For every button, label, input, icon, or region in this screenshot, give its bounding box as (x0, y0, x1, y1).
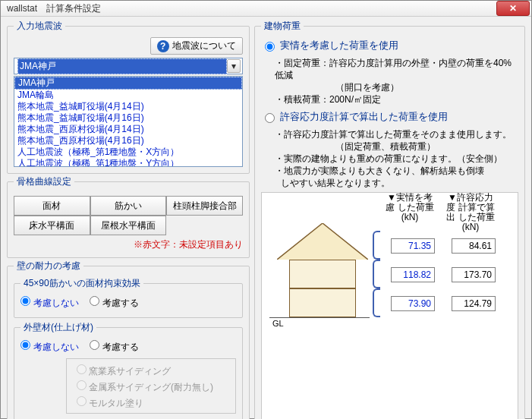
house-story-1 (289, 288, 356, 317)
list-item[interactable]: JMA輪島 (14, 90, 242, 101)
titlebar: wallstat 計算条件設定 ✕ (1, 1, 531, 17)
btn-brace[interactable]: 筋かい (90, 196, 167, 216)
help-label: 地震波について (172, 39, 236, 52)
close-icon: ✕ (509, 3, 517, 14)
siding-opt: 窯業系サイディング (73, 362, 229, 378)
skeleton-group: 骨格曲線設定 面材 筋かい 柱頭柱脚接合部 床水平構面 屋根水平構面 ※赤文字：… (7, 175, 250, 258)
list-item[interactable]: 熊本地震_益城町役場(4月14日) (14, 101, 242, 112)
close-button[interactable]: ✕ (496, 1, 530, 16)
list-item[interactable]: 熊本地震_西原村役場(4月14日) (14, 124, 242, 135)
list-item[interactable]: 人工地震波（極稀_第1種地盤・X方向） (14, 146, 242, 158)
wall-legend: 壁の耐力の考慮 (14, 260, 83, 273)
chevron-down-icon: ▾ (227, 59, 241, 73)
radio-sub2-no[interactable]: 考慮しない (20, 340, 79, 354)
brace-icon (373, 288, 380, 317)
radio-input[interactable] (265, 42, 275, 52)
wall-sub2-legend: 外壁材(仕上げ材) (20, 321, 96, 334)
list-item[interactable]: 人工地震波（極稀_第1種地盤・Y方向） (14, 158, 242, 167)
val-b2: 173.70 (452, 267, 496, 282)
radio-input[interactable] (90, 296, 99, 306)
val-b3: 124.79 (452, 296, 496, 311)
radio-input[interactable] (90, 340, 99, 350)
load-opt1-desc: ・固定荷重：許容応力度計算用の外壁・内壁の荷重を40%低減 （開口を考慮） ・積… (267, 57, 518, 106)
brace-icon (373, 231, 380, 260)
siding-options: 窯業系サイディング 金属系サイディング(耐力無し) モルタル塗り (66, 358, 236, 414)
btn-floor[interactable]: 床水平構面 (14, 216, 90, 235)
seismic-group: 入力地震波 地震波について JMA神戸 ▾ JMA神戸 JMA輪島 熊本地震_益… (7, 20, 250, 174)
roof-outline (277, 223, 368, 260)
skeleton-legend: 骨格曲線設定 (14, 175, 74, 188)
radio-sub1-no[interactable]: 考慮しない (20, 296, 79, 310)
siding-opt: モルタル塗り (73, 394, 229, 410)
seismic-listbox[interactable]: JMA神戸 JMA輪島 熊本地震_益城町役場(4月14日) 熊本地震_益城町役場… (14, 76, 243, 167)
radio-input[interactable] (20, 296, 30, 306)
seismic-legend: 入力地震波 (14, 20, 65, 33)
btn-joint[interactable]: 柱頭柱脚接合部 (166, 196, 243, 216)
list-item[interactable]: 熊本地震_益城町役場(4月16日) (14, 112, 242, 124)
list-item[interactable]: JMA神戸 (14, 77, 242, 90)
val-a3: 73.90 (391, 296, 435, 311)
dialog-window: wallstat 計算条件設定 ✕ 入力地震波 地震波について JMA神戸 ▾ … (0, 0, 532, 419)
btn-roof[interactable]: 屋根水平構面 (90, 216, 167, 235)
ground-line (269, 317, 370, 318)
load-group: 建物荷重 実情を考慮した荷重を使用 ・固定荷重：許容応力度計算用の外壁・内壁の荷… (254, 20, 525, 419)
house-story-2 (289, 260, 356, 288)
list-item[interactable]: 熊本地震_西原村役場(4月16日) (14, 135, 242, 146)
val-a2: 118.82 (391, 267, 435, 282)
siding-opt: 金属系サイディング(耐力無し) (73, 378, 229, 394)
skeleton-note: ※赤文字：未設定項目あり (14, 238, 243, 251)
brace-icon (373, 260, 380, 288)
radio-sub1-yes[interactable]: 考慮する (90, 296, 139, 310)
seismic-help-button[interactable]: 地震波について (150, 37, 243, 55)
radio-sub2-yes[interactable]: 考慮する (90, 340, 139, 354)
load-opt2[interactable]: 許容応力度計算で算出した荷重を使用 (261, 110, 518, 124)
radio-input[interactable] (20, 340, 30, 350)
radio-input[interactable] (265, 113, 275, 123)
load-opt2-desc: ・許容応力度計算で算出した荷重をそのまま使用します。 （固定荷重、積載荷重） ・… (267, 128, 518, 189)
help-icon (157, 40, 169, 52)
val-b1: 84.61 (452, 238, 496, 254)
col1-header: ▼実情を考慮 した荷重(kN) (383, 193, 436, 222)
seismic-combo[interactable]: JMA神戸 ▾ (14, 58, 243, 74)
gl-label: GL (272, 319, 284, 328)
wall-sub1-legend: 45×90筋かいの面材拘束効果 (20, 277, 143, 290)
radio-input (77, 396, 87, 406)
btn-face[interactable]: 面材 (14, 196, 90, 216)
window-title: wallstat 計算条件設定 (7, 2, 496, 15)
load-legend: 建物荷重 (261, 20, 304, 33)
val-a1: 71.35 (391, 238, 435, 254)
load-diagram: ▼実情を考慮 した荷重(kN) ▼許容応力度 計算で算出 した荷重(kN) GL… (261, 192, 518, 419)
wall-sub1: 45×90筋かいの面材拘束効果 考慮しない 考慮する (14, 277, 243, 318)
wall-sub2: 外壁材(仕上げ材) 考慮しない 考慮する 窯業系サイディング 金属系サイディング… (14, 321, 243, 419)
load-opt1[interactable]: 実情を考慮した荷重を使用 (261, 39, 518, 52)
radio-input (77, 380, 87, 390)
combo-selected: JMA神戸 (17, 58, 227, 74)
radio-input (77, 364, 87, 374)
wall-group: 壁の耐力の考慮 45×90筋かいの面材拘束効果 考慮しない 考慮する 外壁材(仕… (7, 260, 250, 419)
